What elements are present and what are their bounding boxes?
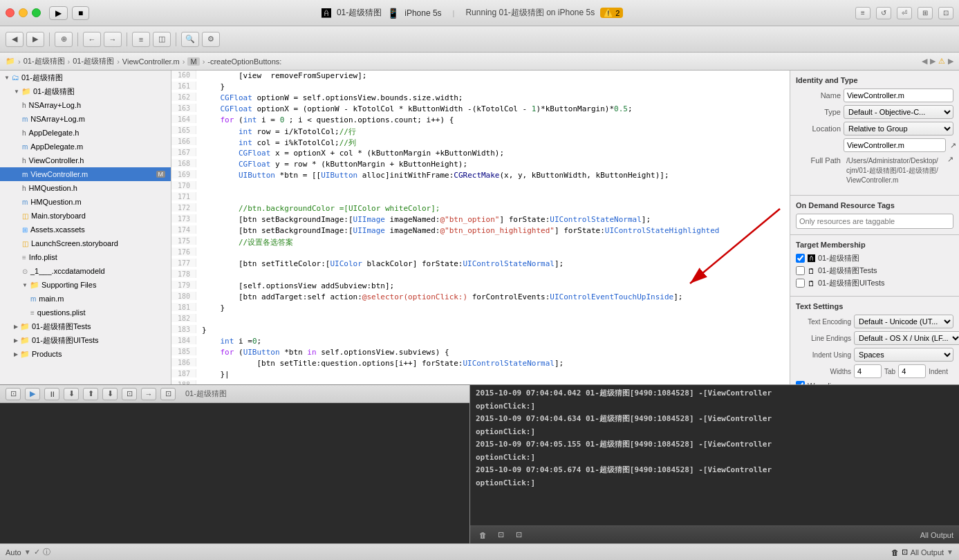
fullpath-reveal-icon[interactable]: ↗: [947, 155, 953, 164]
m-file-icon: m: [22, 115, 28, 123]
tab-width-input[interactable]: [854, 364, 882, 378]
breadcrumb-nav-prev[interactable]: ◀: [922, 57, 927, 66]
status-bar: Auto ▼ ✓ ⓘ 🗑 ⊡ All Output ▼: [0, 543, 959, 560]
sidebar-scroll[interactable]: ▼ 🗂 01-超级猜图 ▼ 📁 01-超级猜图 h NSArray+Log.h …: [0, 71, 171, 384]
play-button[interactable]: ▶: [49, 6, 68, 20]
stop-button[interactable]: ■: [72, 6, 89, 20]
sidebar-item-main-m[interactable]: m main.m: [0, 292, 171, 306]
code-editor: 160 [view removeFromSuperview]; 161 } 16…: [171, 71, 790, 384]
code-line-173: 173 [btn setBackgroundImage:[UIImage ima…: [171, 214, 790, 225]
breadcrumb-lock-icon[interactable]: ▶: [948, 57, 953, 66]
debug-toggle-btn[interactable]: ⊡: [6, 388, 21, 400]
breadcrumb-item-2[interactable]: 01-超级猜图: [24, 56, 65, 66]
minimize-button[interactable]: [19, 8, 28, 17]
type-select[interactable]: Default - Objective-C...: [844, 105, 953, 119]
sidebar-item-main-group[interactable]: ▼ 📁 01-超级猜图: [0, 84, 171, 98]
file-ref-input[interactable]: [844, 138, 946, 152]
debug-step-into-btn[interactable]: ⬆: [83, 388, 98, 400]
target-checkbox-2[interactable]: [796, 266, 805, 275]
encoding-select[interactable]: Default - Unicode (UT...: [854, 315, 953, 328]
sidebar-item-hmquestion-h[interactable]: h HMQuestion.h: [0, 181, 171, 195]
breadcrumb-item-5[interactable]: M: [187, 57, 199, 66]
close-button[interactable]: [6, 8, 15, 17]
back-btn[interactable]: ⏎: [897, 7, 912, 19]
jump-next-btn[interactable]: →: [104, 32, 122, 47]
sidebar-item-xcassets[interactable]: ⊞ Assets.xcassets: [0, 223, 171, 236]
right-bottom-panel: 2015-10-09 07:04:04.042 01-超级猜图[9490:108…: [470, 385, 959, 543]
status-info-icon[interactable]: ⓘ: [43, 547, 50, 557]
line-endings-select[interactable]: Default - OS X / Unix (LF...: [854, 331, 959, 345]
debug-location-btn[interactable]: ⊡: [122, 388, 137, 400]
location-select[interactable]: Relative to Group: [844, 122, 953, 136]
sidebar-item-info-plist[interactable]: ≡ Info.plist: [0, 250, 171, 264]
indent-using-select[interactable]: Spaces: [854, 348, 953, 362]
assistant-btn[interactable]: ◫: [153, 32, 171, 47]
sidebar-item-supporting[interactable]: ▼ 📁 Supporting Files: [0, 278, 171, 292]
sidebar-item-xcdata[interactable]: ⊙ _1___.xccdatamodeld: [0, 264, 171, 278]
target-checkbox-3[interactable]: [796, 279, 805, 288]
status-split-icon[interactable]: ⊡: [902, 548, 908, 557]
log-clear-btn[interactable]: 🗑: [476, 529, 490, 541]
nav-back-btn[interactable]: ◀: [6, 32, 24, 47]
type-label: Type: [796, 108, 841, 116]
maximize-button[interactable]: [32, 8, 41, 17]
sidebar-item-launchscreen[interactable]: ◫ LaunchScreen.storyboard: [0, 236, 171, 250]
log-filter-btn[interactable]: ⊡: [512, 529, 525, 541]
breadcrumb-item-3[interactable]: 01-超级猜图: [73, 56, 114, 66]
name-input[interactable]: [844, 88, 953, 102]
sidebar-item-products[interactable]: ▶ 📁 Products: [0, 347, 171, 361]
line-endings-label: Line Endings: [796, 335, 851, 342]
on-demand-section: On Demand Resource Tags: [790, 196, 959, 235]
log-pause-btn[interactable]: ⊡: [494, 529, 508, 541]
breadcrumb-item-6[interactable]: -createOptionButtons:: [207, 57, 281, 66]
sidebar-item-main-storyboard[interactable]: ◫ Main.storyboard: [0, 209, 171, 223]
jump-prev-btn[interactable]: ←: [83, 32, 101, 47]
debug-play-btn[interactable]: ▶: [25, 388, 40, 400]
view-toggle-btn[interactable]: ≡: [855, 7, 870, 19]
toolbar-sep-1: [49, 32, 50, 46]
breadcrumb-nav-next[interactable]: ▶: [930, 57, 935, 66]
organizer-btn[interactable]: ↺: [876, 7, 891, 19]
status-checkmark-icon[interactable]: ✓: [34, 548, 40, 557]
nav-fwd-btn[interactable]: ▶: [26, 32, 44, 47]
log-line-4b: optionClick:]: [476, 478, 953, 489]
add-file-btn[interactable]: ⊕: [55, 32, 73, 47]
code-line-182: 182: [171, 314, 790, 325]
tags-input[interactable]: [796, 214, 953, 229]
split-view-btn[interactable]: ⊞: [918, 7, 933, 19]
sidebar-item-appdelegate-m[interactable]: m AppDelegate.m: [0, 140, 171, 153]
breadcrumb-warning-icon[interactable]: ⚠: [938, 57, 945, 66]
sidebar-item-nsarray-m[interactable]: m NSArray+Log.m: [0, 112, 171, 126]
breadcrumb-item-4[interactable]: ViewController.m: [122, 57, 180, 66]
log-area[interactable]: 2015-10-09 07:04:04.042 01-超级猜图[9490:108…: [470, 385, 959, 525]
sidebar-item-viewcontroller-h[interactable]: h ViewController.h: [0, 153, 171, 167]
status-log-icon[interactable]: 🗑: [891, 548, 899, 557]
breadcrumb-item-1[interactable]: 📁: [6, 57, 15, 66]
sidebar-item-nsarray-h[interactable]: h NSArray+Log.h: [0, 98, 171, 112]
sidebar-item-appdelegate-h[interactable]: h AppDelegate.h: [0, 126, 171, 140]
sidebar-item-tests[interactable]: ▶ 📁 01-超级猜图Tests: [0, 319, 171, 333]
sidebar-item-hmquestion-m[interactable]: m HMQuestion.m: [0, 195, 171, 209]
sidebar-item-viewcontroller-m[interactable]: m ViewController.m M: [0, 167, 171, 181]
settings-btn[interactable]: ⚙: [202, 32, 220, 47]
debug-pause-btn[interactable]: ⏸: [44, 388, 59, 400]
debug-step-out-btn[interactable]: ⬇: [102, 388, 118, 400]
sidebar-item-questions-plist[interactable]: ≡ questions.plist: [0, 306, 171, 319]
code-line-160: 160 [view removeFromSuperview];: [171, 71, 790, 82]
code-area[interactable]: 160 [view removeFromSuperview]; 161 } 16…: [171, 71, 790, 384]
debug-view-btn[interactable]: ⊡: [160, 388, 176, 400]
indent-width-input[interactable]: [898, 364, 926, 378]
debug-step-over-btn[interactable]: ⬇: [64, 388, 79, 400]
code-line-178: 178: [171, 270, 790, 281]
target-checkbox-1[interactable]: [796, 254, 805, 263]
sidebar-item-project-root[interactable]: ▼ 🗂 01-超级猜图: [0, 71, 171, 84]
sidebar-item-uitests[interactable]: ▶ 📁 01-超级猜图UITests: [0, 333, 171, 347]
code-line-187: 187 }|: [171, 369, 790, 380]
app-name: 01-超级猜图: [337, 7, 382, 19]
fullpath-container: /Users/Administrator/Desktop/cjm/01-超级猜图…: [844, 155, 943, 187]
layout-btn[interactable]: ⊡: [938, 7, 953, 19]
hierarchy-btn[interactable]: ≡: [132, 32, 150, 47]
debug-share-btn[interactable]: →: [141, 388, 156, 400]
reveal-icon[interactable]: ↗: [950, 141, 956, 150]
search-btn[interactable]: 🔍: [181, 32, 199, 47]
